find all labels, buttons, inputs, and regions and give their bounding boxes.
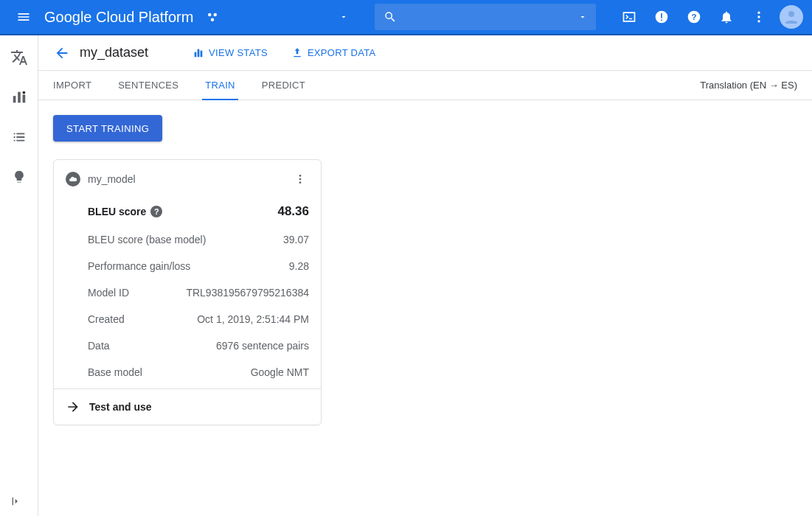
model-name: my_model (88, 173, 284, 185)
project-selector-icon[interactable] (202, 8, 223, 26)
search-icon (384, 10, 397, 24)
account-avatar[interactable] (780, 5, 803, 29)
page-title: my_dataset (80, 45, 148, 60)
svg-rect-12 (13, 96, 15, 102)
svg-point-9 (757, 15, 760, 18)
base-bleu-label: BLEU score (base model) (88, 234, 206, 245)
test-use-link[interactable]: Test and use (54, 388, 321, 425)
bleu-value: 48.36 (277, 204, 309, 219)
svg-point-19 (299, 175, 302, 177)
view-stats-button[interactable]: View Stats (184, 47, 277, 59)
cloud-shell-icon[interactable] (614, 2, 644, 32)
model-id-row: Model ID TRL938195679795216384 (88, 279, 309, 306)
base-bleu-row: BLEU score (base model) 39.07 (88, 226, 309, 253)
search-box[interactable] (375, 4, 596, 30)
gain-row: Performance gain/loss 9.28 (88, 253, 309, 279)
svg-point-0 (208, 13, 212, 17)
base-model-value: Google NMT (251, 366, 309, 378)
content-area: my_dataset View Stats Export Data IMPORT… (38, 35, 812, 516)
expand-rail-icon[interactable] (7, 492, 25, 510)
svg-rect-14 (22, 94, 25, 102)
export-icon (291, 47, 303, 59)
bleu-score-row: BLEU score ? 48.36 (88, 197, 309, 226)
data-row: Data 6976 sentence pairs (88, 332, 309, 359)
created-row: Created Oct 1, 2019, 2:51:44 PM (88, 306, 309, 332)
svg-rect-18 (201, 50, 203, 57)
help-icon[interactable]: ? (150, 206, 162, 217)
stats-icon (192, 47, 204, 59)
tabs-row: IMPORT SENTENCES TRAIN PREDICT Translati… (38, 71, 812, 100)
tab-sentences[interactable]: SENTENCES (118, 71, 178, 100)
help-icon[interactable]: ? (679, 2, 709, 32)
project-dropdown-caret[interactable] (329, 2, 358, 32)
translate-icon[interactable] (6, 44, 32, 71)
tab-predict[interactable]: PREDICT (262, 71, 305, 100)
model-id-value: TRL938195679795216384 (186, 287, 309, 299)
svg-point-21 (299, 181, 302, 184)
list-icon[interactable] (6, 124, 32, 150)
left-nav-rail (0, 35, 38, 516)
svg-rect-17 (198, 49, 200, 57)
data-value: 6976 sentence pairs (216, 340, 309, 352)
svg-rect-13 (18, 92, 21, 103)
model-id-label: Model ID (88, 287, 129, 299)
topbar: Google Cloud Platform ? (0, 0, 812, 35)
tab-import[interactable]: IMPORT (53, 71, 91, 100)
created-label: Created (88, 313, 125, 325)
back-arrow[interactable] (50, 41, 74, 65)
start-training-button[interactable]: START TRAINING (53, 115, 162, 142)
svg-text:?: ? (691, 12, 696, 21)
lightbulb-icon[interactable] (6, 164, 32, 190)
tab-train[interactable]: TRAIN (205, 71, 235, 100)
export-data-label: Export Data (308, 47, 376, 58)
svg-point-15 (22, 91, 25, 94)
test-use-label: Test and use (89, 401, 152, 413)
base-model-label: Base model (88, 366, 142, 378)
search-dropdown-caret[interactable] (578, 13, 587, 21)
svg-point-1 (214, 13, 218, 17)
gain-value: 9.28 (289, 260, 309, 272)
svg-rect-4 (661, 13, 662, 18)
language-pair-label: Translation (EN → ES) (700, 80, 797, 91)
card-more-menu[interactable] (291, 170, 309, 188)
svg-rect-16 (195, 52, 197, 57)
hamburger-menu[interactable] (9, 2, 38, 32)
bleu-label: BLEU score (88, 206, 146, 217)
created-value: Oct 1, 2019, 2:51:44 PM (197, 313, 309, 325)
predictions-icon[interactable] (6, 84, 32, 111)
svg-point-10 (757, 20, 760, 22)
view-stats-label: View Stats (209, 47, 268, 58)
base-model-row: Base model Google NMT (88, 359, 309, 386)
page-header: my_dataset View Stats Export Data (38, 35, 812, 71)
notifications-icon[interactable] (712, 2, 741, 32)
svg-rect-5 (661, 19, 662, 21)
export-data-button[interactable]: Export Data (282, 47, 385, 59)
brand-title: Google Cloud Platform (44, 9, 193, 26)
more-vert-icon[interactable] (744, 2, 774, 32)
base-bleu-value: 39.07 (283, 234, 309, 245)
search-input[interactable] (406, 11, 569, 24)
model-card: my_model BLEU score ? 48.36 BLEU sco (53, 159, 322, 425)
cloud-icon (66, 172, 80, 186)
svg-point-8 (757, 12, 760, 14)
gain-label: Performance gain/loss (88, 260, 190, 272)
svg-point-11 (788, 11, 794, 17)
arrow-right-icon (66, 400, 80, 414)
svg-point-20 (299, 178, 302, 181)
data-label: Data (88, 340, 110, 352)
svg-point-2 (211, 18, 215, 22)
alert-icon[interactable] (647, 2, 676, 32)
